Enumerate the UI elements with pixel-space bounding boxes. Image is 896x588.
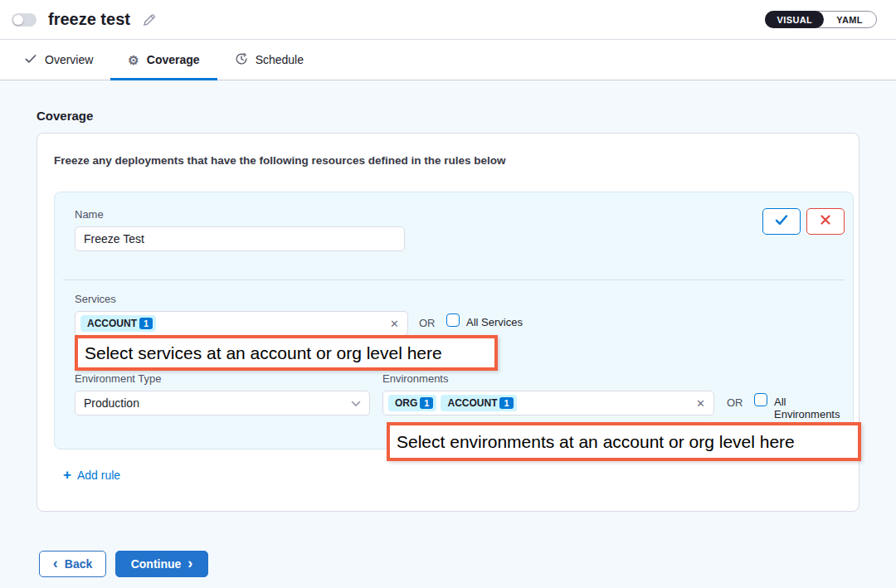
delete-rule-button[interactable] bbox=[806, 208, 845, 235]
yaml-toggle-button[interactable]: YAML bbox=[823, 11, 876, 28]
tab-coverage[interactable]: ⚙ Coverage bbox=[110, 40, 217, 80]
back-label: Back bbox=[65, 557, 92, 571]
tag-count-badge: 1 bbox=[139, 318, 153, 329]
all-environments-checkbox[interactable] bbox=[754, 393, 767, 406]
all-services-label: All Services bbox=[466, 316, 523, 328]
name-label: Name bbox=[75, 208, 104, 221]
confirm-rule-button[interactable] bbox=[762, 208, 801, 235]
chevron-down-icon bbox=[351, 396, 361, 410]
tag-count-badge: 1 bbox=[420, 397, 433, 409]
tag-label: ACCOUNT bbox=[447, 397, 497, 409]
freeze-studio-window: freeze test VISUAL YAML Overview ⚙ Cover… bbox=[0, 0, 896, 588]
environments-or-label: OR bbox=[727, 396, 743, 409]
coverage-card: Freeze any deployments that have the fol… bbox=[37, 133, 859, 512]
environment-type-label: Environment Type bbox=[75, 372, 162, 385]
chevron-left-icon: ‹ bbox=[53, 556, 58, 571]
tab-label: Overview bbox=[45, 53, 93, 66]
tab-schedule[interactable]: Schedule bbox=[217, 40, 321, 80]
close-icon bbox=[820, 214, 831, 229]
tab-label: Schedule bbox=[256, 53, 304, 66]
add-rule-button[interactable]: + Add rule bbox=[63, 468, 120, 482]
tag-label: ACCOUNT bbox=[87, 318, 137, 329]
tag-label: ORG bbox=[395, 397, 417, 409]
header: freeze test VISUAL YAML bbox=[0, 0, 896, 40]
chevron-right-icon: › bbox=[187, 556, 192, 571]
environment-tag-account[interactable]: ACCOUNT 1 bbox=[441, 395, 516, 411]
tab-overview[interactable]: Overview bbox=[7, 40, 110, 80]
continue-label: Continue bbox=[131, 557, 182, 571]
all-services-checkbox[interactable] bbox=[446, 313, 460, 327]
visual-yaml-toggle: VISUAL YAML bbox=[765, 11, 877, 28]
services-or-label: OR bbox=[419, 317, 436, 329]
tab-bar: Overview ⚙ Coverage Schedule bbox=[0, 40, 896, 80]
check-icon bbox=[24, 52, 37, 68]
card-description: Freeze any deployments that have the fol… bbox=[54, 154, 506, 167]
environment-tag-org[interactable]: ORG 1 bbox=[388, 395, 436, 411]
environment-type-select[interactable]: Production bbox=[75, 391, 370, 415]
services-label: Services bbox=[75, 293, 116, 305]
check-icon bbox=[774, 213, 789, 230]
environments-multiselect[interactable]: ORG 1 ACCOUNT 1 ✕ bbox=[382, 391, 714, 415]
rule-panel: Name Services bbox=[54, 192, 854, 450]
rule-name-input[interactable] bbox=[75, 226, 405, 251]
environments-clear-icon[interactable]: ✕ bbox=[696, 397, 705, 410]
toggle-knob bbox=[13, 15, 23, 25]
add-rule-label: Add rule bbox=[77, 469, 120, 482]
environments-annotation-callout: Select environments at an account or org… bbox=[387, 422, 861, 461]
visual-toggle-button[interactable]: VISUAL bbox=[765, 11, 824, 28]
schedule-clock-icon bbox=[235, 52, 248, 68]
tab-label: Coverage bbox=[147, 53, 200, 66]
services-multiselect[interactable]: ACCOUNT 1 ✕ bbox=[75, 311, 408, 336]
gear-icon: ⚙ bbox=[128, 54, 139, 66]
continue-button[interactable]: Continue › bbox=[115, 551, 208, 577]
freeze-enable-toggle[interactable] bbox=[12, 13, 37, 27]
select-value: Production bbox=[84, 396, 139, 410]
service-tag-account[interactable]: ACCOUNT 1 bbox=[80, 315, 156, 332]
section-title: Coverage bbox=[37, 109, 93, 123]
services-annotation-callout: Select services at an account or org lev… bbox=[75, 335, 498, 371]
back-button[interactable]: ‹ Back bbox=[39, 551, 106, 577]
environments-label: Environments bbox=[382, 372, 448, 385]
freeze-title: freeze test bbox=[48, 10, 130, 29]
services-clear-icon[interactable]: ✕ bbox=[390, 318, 399, 330]
tag-count-badge: 1 bbox=[499, 397, 513, 409]
edit-pencil-icon[interactable] bbox=[141, 12, 158, 28]
all-environments-label: All Environments bbox=[774, 396, 853, 420]
panel-divider bbox=[63, 279, 845, 280]
plus-icon: + bbox=[63, 468, 71, 482]
